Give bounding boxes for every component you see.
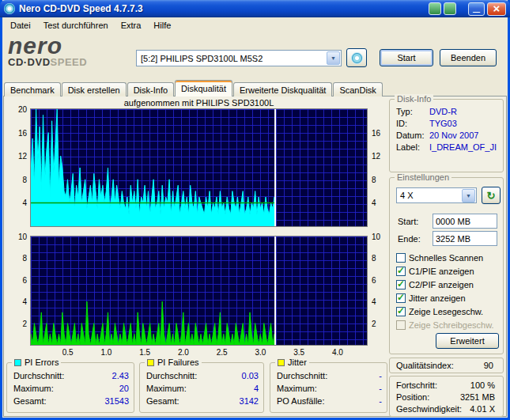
start-button[interactable]: Start [380, 49, 433, 66]
checkbox-c1-pie-anzeigen[interactable]: C1/PIE anzeigen [396, 264, 501, 278]
menu-item-extra[interactable]: Extra [115, 19, 148, 32]
position-label: Position: [396, 392, 429, 404]
pi-errors-right-axis: 161284 [369, 109, 387, 226]
stat-label: Durchschnitt: [13, 371, 64, 384]
disk-info-label: ID: [396, 119, 429, 131]
pi-errors-stats-group: PI Errors Durchschnitt:2.43 Maximum:20 G… [6, 362, 134, 413]
settings-group: Einstellungen 4 X ↻ Start: Ende: Schnell… [389, 177, 504, 354]
disk-type-value: DVD-R [429, 107, 457, 119]
stat-label: Maximum: [277, 384, 317, 396]
progress-label: Fortschritt: [396, 380, 437, 392]
axis-tick-label: 1.5 [139, 348, 150, 357]
axis-tick-label: 4 [372, 199, 376, 207]
axis-tick-label: 12 [372, 152, 380, 161]
pi-failures-stats-group: PI Failures Durchschnitt:0.03 Maximum:4 … [139, 362, 264, 413]
progress-panel: Fortschritt:100 % Position:3251 MB Gesch… [389, 376, 504, 417]
pi-failures-left-axis: 108642 [8, 236, 28, 345]
axis-tick-label: 4 [372, 297, 376, 306]
checkbox-schnelles-scannen[interactable]: Schnelles Scannen [396, 251, 501, 264]
stat-label: Gesamt: [146, 396, 179, 409]
tab-diskqualitaet[interactable]: Diskqualität [175, 80, 232, 96]
x-axis-labels: 0.51.01.52.02.53.03.54.0 [30, 348, 368, 358]
disk-info-label: Label: [396, 142, 429, 154]
chevron-down-icon[interactable] [327, 51, 340, 65]
axis-tick-label: 2 [372, 320, 376, 328]
tab-scandisk[interactable]: ScanDisk [333, 82, 382, 96]
start-position-field[interactable] [433, 214, 497, 229]
speed-select-combobox[interactable]: 4 X [396, 187, 477, 203]
disk-info-label: Datum: [396, 131, 429, 142]
checkbox-box [396, 293, 406, 303]
disc-refresh-button[interactable] [346, 48, 367, 67]
close-button[interactable] [487, 2, 506, 16]
menu-item-hilfe[interactable]: Hilfe [147, 19, 177, 32]
refresh-button[interactable]: ↻ [482, 187, 501, 204]
pi-errors-legend-swatch [14, 359, 21, 366]
disk-info-group-title: Disk-Info [395, 94, 433, 104]
nero-logo: nero CD·DVDSPEED [8, 35, 87, 68]
app-disc-icon [4, 3, 15, 14]
stat-label: Maximum: [146, 384, 187, 396]
pi-errors-chart [30, 108, 368, 227]
menu-bar: Datei Test durchführen Extra Hilfe [2, 17, 508, 32]
window-title: Nero CD-DVD Speed 4.7.7.3 [19, 3, 426, 14]
nero-logo-product: CD·DVDSPEED [8, 56, 87, 68]
axis-tick-label: 2.0 [178, 348, 189, 357]
axis-tick-label: 4 [22, 297, 27, 306]
cd-icon [351, 52, 363, 64]
advanced-button[interactable]: Erweitert [436, 333, 499, 349]
checkbox-zeige-schreibgeschw: Zeige Schreibgeschw. [396, 318, 501, 331]
axis-tick-label: 12 [18, 152, 27, 161]
checkbox-box [396, 253, 406, 263]
pi-failures-chart [30, 236, 368, 346]
axis-tick-label: 4 [22, 199, 27, 207]
axis-tick-label: 10 [372, 233, 380, 241]
quality-index-value: 90 [484, 361, 493, 370]
stat-value: - [379, 371, 382, 384]
pi-failures-right-axis: 108642 [369, 236, 387, 345]
checkbox-box [396, 280, 406, 289]
disk-info-group: Disk-Info Typ:DVD-R ID:TYG03 Datum:20 No… [389, 99, 504, 172]
titlebar-extra-button-2[interactable] [444, 2, 456, 15]
start-field-label: Start: [398, 217, 418, 226]
minimize-button[interactable] [468, 2, 485, 16]
checkbox-zeige-lesegeschw[interactable]: Zeige Lesegeschw. [396, 305, 501, 318]
stat-value: - [379, 396, 382, 409]
pi-failures-group-title: PI Failures [157, 358, 199, 367]
tab-benchmark[interactable]: Benchmark [4, 82, 61, 96]
menu-item-datei[interactable]: Datei [4, 19, 37, 32]
chevron-down-icon[interactable] [462, 189, 475, 202]
checkbox-jitter-anzeigen[interactable]: Jitter anzeigen [396, 291, 501, 305]
quality-index-label: Qualitätsindex: [396, 361, 454, 370]
settings-group-title: Einstellungen [395, 172, 451, 182]
axis-tick-label: 10 [18, 233, 27, 241]
stat-value: - [379, 384, 382, 396]
pi-errors-left-axis: 20161284 [8, 109, 28, 226]
end-position-field[interactable] [433, 231, 497, 246]
tab-disk-erstellen[interactable]: Disk erstellen [62, 82, 127, 96]
axis-tick-label: 8 [22, 176, 27, 184]
jitter-legend-swatch [278, 359, 285, 366]
titlebar-extra-button-1[interactable] [429, 2, 441, 15]
axis-tick-label: 8 [372, 176, 376, 184]
jitter-group-title: Jitter [288, 358, 307, 367]
tab-erweiterte-diskqualitaet[interactable]: Erweiterte Diskqualität [233, 82, 332, 96]
pi-errors-group-title: PI Errors [25, 358, 59, 367]
menu-item-test-durchfuehren[interactable]: Test durchführen [37, 19, 115, 32]
jitter-stats-group: Jitter Durchschnitt:- Maximum:- PO Ausfä… [270, 362, 387, 413]
disk-label-value: I_DREAM_OF_JI [429, 142, 497, 154]
quality-index-panel: Qualitätsindex: 90 [389, 358, 504, 373]
chart-title: aufgenommen mit PHILIPS SPD3100L [30, 98, 368, 108]
quit-button[interactable]: Beenden [440, 49, 497, 66]
checkbox-c2-pif-anzeigen[interactable]: C2/PIF anzeigen [396, 278, 501, 291]
axis-tick-label: 3.5 [293, 348, 304, 357]
titlebar[interactable]: Nero CD-DVD Speed 4.7.7.3 [0, 0, 510, 17]
stat-value: 31543 [104, 396, 129, 409]
tab-disk-info[interactable]: Disk-Info [127, 82, 174, 96]
speed-select-value: 4 X [397, 191, 461, 200]
axis-tick-label: 16 [372, 129, 380, 138]
tab-strip: Benchmark Disk erstellen Disk-Info Diskq… [4, 80, 383, 96]
axis-tick-label: 4.0 [332, 348, 343, 357]
app-window: Nero CD-DVD Speed 4.7.7.3 Datei Test dur… [0, 0, 510, 420]
drive-select-combobox[interactable]: [5:2] PHILIPS SPD3100L M5S2 [136, 50, 342, 66]
